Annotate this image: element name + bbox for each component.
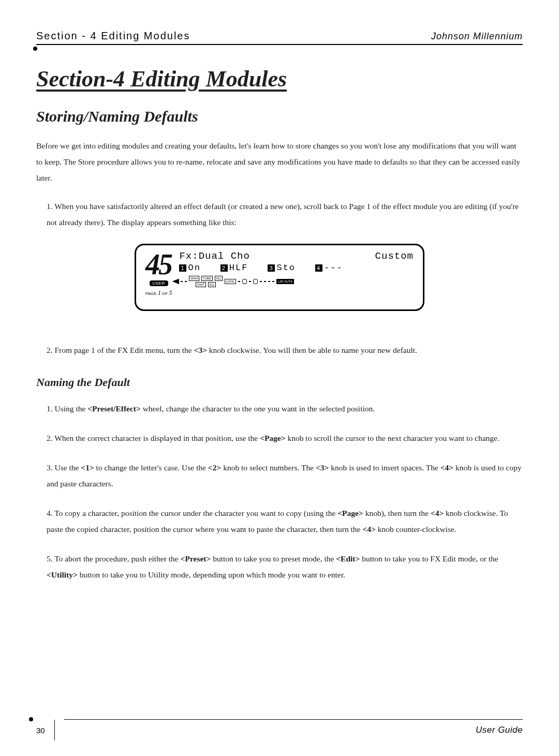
chain-block	[253, 279, 258, 284]
preset-button: <Preset>	[181, 554, 211, 563]
n5-d: button to take you to Utility mode, depe…	[78, 570, 345, 579]
page-word: PAGE	[145, 291, 157, 296]
chain-outs: L/R OUTS	[276, 279, 294, 284]
storing-steps: 1. When you have satisfactorily altered …	[47, 198, 523, 230]
footer-rule	[64, 719, 523, 720]
chain-dash	[260, 281, 262, 282]
n4-b: knob), then turn the	[363, 509, 431, 517]
param-4-val: ---	[324, 263, 343, 273]
user-badge-row: USER	[145, 280, 172, 286]
n5-b: button to take you to preset mode, the	[211, 554, 336, 563]
n1-post: wheel, change the character to the one y…	[141, 404, 375, 413]
param-2-num: 2	[220, 264, 228, 272]
user-badge: USER	[150, 280, 168, 286]
page-of: OF	[162, 291, 168, 296]
n5-a: 5. To abort the procedure, push either t…	[47, 554, 181, 563]
n1-pre: 1. Using the	[47, 404, 87, 413]
chain-dash	[238, 281, 240, 282]
utility-button: <Utility>	[47, 570, 78, 579]
knob-4b: <4>	[431, 509, 444, 517]
knob-4c: <4>	[362, 525, 375, 533]
naming-step-1: 1. Using the <Preset/Effect> wheel, chan…	[47, 401, 523, 417]
chain-stack-1: WAH TUBE EQ DIST EQ	[189, 276, 222, 287]
page-header: Section - 4 Editing Modules Johnson Mill…	[36, 30, 523, 45]
page-total: 5	[169, 289, 172, 297]
param-4-num: 4	[315, 264, 322, 272]
n3-c: knob to select numbers. The	[221, 463, 316, 472]
n2-pre: 2. When the correct character is display…	[47, 434, 260, 442]
lcd-display-figure: 45 USER PAGE 1 OF 5 Fx:Dual Cho Custom 1…	[36, 244, 523, 311]
naming-steps: 1. Using the <Preset/Effect> wheel, chan…	[47, 401, 523, 583]
naming-step-2: 2. When the correct character is display…	[47, 430, 523, 446]
storing-steps-2: 2. From page 1 of the FX Edit menu, turn…	[47, 342, 523, 358]
header-left: Section - 4 Editing Modules	[36, 30, 190, 42]
param-4: 4---	[315, 263, 343, 273]
page-current: 1	[158, 289, 161, 297]
fx-custom: Custom	[375, 250, 414, 262]
page-number: 30	[36, 720, 55, 740]
page-knob-b: <Page>	[337, 509, 363, 517]
preset-number: 45	[145, 250, 172, 277]
param-3: 3Sto	[268, 263, 296, 273]
signal-chain: ◄ WAH TUBE EQ DIST EQ GATE	[173, 276, 414, 287]
chain-gate: GATE	[225, 279, 236, 284]
intro-paragraph: Before we get into editing modules and c…	[36, 138, 523, 186]
fx-name: Fx:Dual Cho	[179, 250, 249, 262]
n3-d: knob is used to insert spaces. The	[329, 463, 440, 472]
naming-step-5: 5. To abort the procedure, push either t…	[47, 551, 523, 583]
param-1-num: 1	[179, 264, 186, 272]
chain-wah: WAH	[189, 276, 199, 281]
lcd-line-1: Fx:Dual Cho Custom	[179, 250, 414, 262]
n3-b: to change the letter's case. Use the	[94, 463, 208, 472]
naming-title: Naming the Default	[36, 376, 523, 389]
step-2: 2. From page 1 of the FX Edit menu, turn…	[47, 342, 523, 358]
knob-1: <1>	[81, 463, 94, 472]
naming-step-4: 4. To copy a character, position the cur…	[47, 505, 523, 537]
n3-a: 3. Use the	[47, 463, 81, 472]
n4-d: knob counter-clockwise.	[376, 525, 457, 533]
section-title: Section-4 Editing Modules	[36, 66, 523, 92]
param-1: 1On	[179, 263, 200, 273]
step-1: 1. When you have satisfactorily altered …	[47, 198, 523, 230]
jack-icon: ◄	[172, 276, 180, 287]
n2-post: knob to scroll the cursor to the next ch…	[286, 434, 499, 442]
chain-tube: TUBE	[201, 276, 213, 281]
n4-a: 4. To copy a character, position the cur…	[47, 509, 337, 517]
knob-3: <3>	[194, 346, 207, 354]
knob-2: <2>	[208, 463, 221, 472]
knob-4: <4>	[440, 463, 453, 472]
param-2: 2HLF	[220, 263, 248, 273]
param-1-val: On	[188, 263, 200, 273]
chain-eq: EQ	[215, 276, 223, 281]
param-3-val: Sto	[276, 263, 296, 273]
step-2-pre: 2. From page 1 of the FX Edit menu, turn…	[47, 346, 194, 354]
footer-bullet	[29, 717, 33, 721]
storing-title: Storing/Naming Defaults	[36, 108, 523, 125]
chain-dash	[181, 281, 183, 282]
chain-dash	[272, 281, 274, 282]
lcd-display: 45 USER PAGE 1 OF 5 Fx:Dual Cho Custom 1…	[135, 244, 424, 311]
n5-c: button to take you to FX Edit mode, or t…	[360, 554, 498, 563]
step-2-post: knob clockwise. You will then be able to…	[207, 346, 417, 354]
param-2-val: HLF	[229, 263, 248, 273]
chain-dist: DIST	[196, 282, 206, 287]
edit-button: <Edit>	[336, 554, 360, 563]
lcd-right-block: Fx:Dual Cho Custom 1On 2HLF 3Sto 4--- ◄ …	[179, 250, 414, 306]
knob-3b: <3>	[316, 463, 329, 472]
chain-dash	[268, 281, 270, 282]
header-right: Johnson Millennium	[431, 31, 523, 42]
chain-dash	[249, 281, 251, 282]
page-indicator: PAGE 1 OF 5	[145, 289, 172, 297]
page-knob: <Page>	[260, 434, 286, 442]
preset-effect-wheel: <Preset/Effect>	[87, 404, 141, 413]
naming-step-3: 3. Use the <1> to change the letter's ca…	[47, 459, 523, 492]
lcd-left-block: 45 USER PAGE 1 OF 5	[145, 250, 172, 306]
header-bullet	[33, 47, 37, 51]
chain-dash	[185, 281, 187, 282]
page-footer: 30 User Guide	[0, 719, 559, 740]
param-3-num: 3	[268, 264, 275, 272]
user-guide-label: User Guide	[476, 725, 523, 735]
lcd-line-2: 1On 2HLF 3Sto 4---	[179, 263, 414, 273]
chain-eq2: EQ	[208, 282, 216, 287]
chain-dash	[264, 281, 266, 282]
